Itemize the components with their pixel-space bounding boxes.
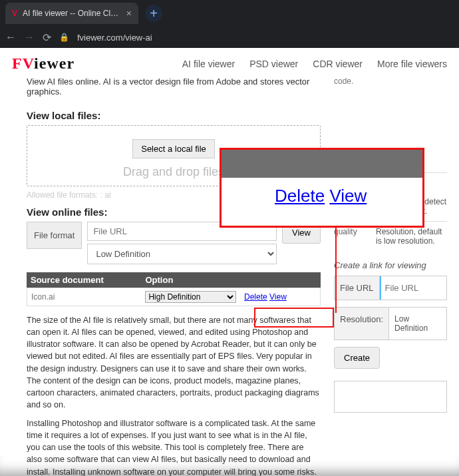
- callout-delete-link[interactable]: Delete: [275, 186, 325, 206]
- col-option: Option: [141, 272, 241, 288]
- nav-ai-viewer[interactable]: AI file viewer: [182, 59, 235, 69]
- side-code-fragment: code.: [334, 77, 447, 86]
- side-file-url-input[interactable]: [380, 276, 446, 300]
- cell-actions: Delete View: [240, 290, 320, 304]
- side-resolution-value[interactable]: Low Definition: [389, 308, 446, 340]
- tab-title: AI file viewer -- Online Cloud File: [23, 9, 121, 18]
- reload-icon[interactable]: ⟳: [43, 31, 51, 44]
- side-file-url-row: File URL: [334, 276, 447, 300]
- browser-chrome: V AI file viewer -- Online Cloud File × …: [0, 0, 459, 48]
- callout-header-bar: [222, 150, 422, 178]
- logo-part-red: FV: [12, 55, 34, 72]
- col-actions: [241, 272, 321, 288]
- intro-text: View AI files online. AI is a vector des…: [27, 77, 321, 97]
- logo[interactable]: FViewer: [12, 55, 75, 73]
- cell-source: Icon.ai: [27, 290, 141, 304]
- callout-view-link[interactable]: View: [329, 186, 367, 206]
- paragraph-1: The size of the AI file is relatively sm…: [27, 314, 321, 411]
- lock-icon: 🔒: [59, 33, 69, 42]
- col-source: Source document: [27, 272, 141, 288]
- primary-nav: AI file viewer PSD viewer CDR viewer Mor…: [182, 59, 447, 69]
- nav-psd-viewer[interactable]: PSD viewer: [249, 59, 298, 69]
- tab-strip: V AI file viewer -- Online Cloud File × …: [0, 0, 459, 27]
- side-column: code. filetype File format, optional, wi…: [334, 77, 447, 476]
- address-bar[interactable]: fviewer.com/view-ai: [77, 33, 152, 43]
- callout-leader-line: [335, 226, 337, 313]
- delete-link[interactable]: Delete: [244, 292, 267, 302]
- main-column: View AI files online. AI is a vector des…: [27, 77, 321, 476]
- side-resolution-label: Resolution:: [335, 308, 389, 340]
- callout-links: Delete View: [222, 178, 422, 206]
- select-local-file-button[interactable]: Select a local file: [132, 139, 215, 158]
- table-row: Icon.ai High Definition Delete View: [27, 288, 321, 306]
- view-link[interactable]: View: [269, 292, 287, 302]
- generated-link-box: [334, 381, 447, 413]
- online-form: File format Low Definition View: [27, 222, 321, 264]
- create-button[interactable]: Create: [334, 347, 380, 369]
- side-file-url-label: File URL: [335, 276, 380, 300]
- toolbar: ← → ⟳ 🔒 fviewer.com/view-ai: [0, 27, 459, 48]
- callout-target-box: [254, 308, 334, 328]
- paragraph-2: Installing Photoshop and illustrator sof…: [27, 417, 321, 476]
- results-header: Source document Option: [27, 272, 321, 288]
- param-key: quality: [334, 227, 371, 246]
- forward-icon[interactable]: →: [24, 31, 35, 43]
- side-resolution-row: Resolution: Low Definition: [334, 307, 447, 340]
- page: FViewer AI file viewer PSD viewer CDR vi…: [0, 48, 459, 476]
- back-icon[interactable]: ←: [5, 31, 16, 43]
- new-tab-button[interactable]: +: [145, 5, 162, 22]
- browser-tab[interactable]: V AI file viewer -- Online Cloud File ×: [5, 3, 138, 24]
- definition-select[interactable]: Low Definition: [87, 244, 277, 264]
- favicon: V: [12, 9, 17, 18]
- local-heading: View local files:: [27, 110, 321, 121]
- site-header: FViewer AI file viewer PSD viewer CDR vi…: [0, 48, 459, 77]
- content: View AI files online. AI is a vector des…: [0, 77, 459, 476]
- param-desc: Resolution, default is low resolution.: [376, 227, 447, 246]
- callout-overlay: Delete View: [220, 148, 424, 228]
- row-definition-select[interactable]: High Definition: [145, 291, 236, 303]
- nav-more[interactable]: More file viewers: [377, 59, 447, 69]
- logo-part-black: iewer: [34, 55, 75, 72]
- create-link-heading: Create a link for viewing: [334, 260, 447, 270]
- file-format-label: File format: [27, 222, 82, 249]
- nav-cdr-viewer[interactable]: CDR viewer: [313, 59, 363, 69]
- close-icon[interactable]: ×: [126, 8, 132, 19]
